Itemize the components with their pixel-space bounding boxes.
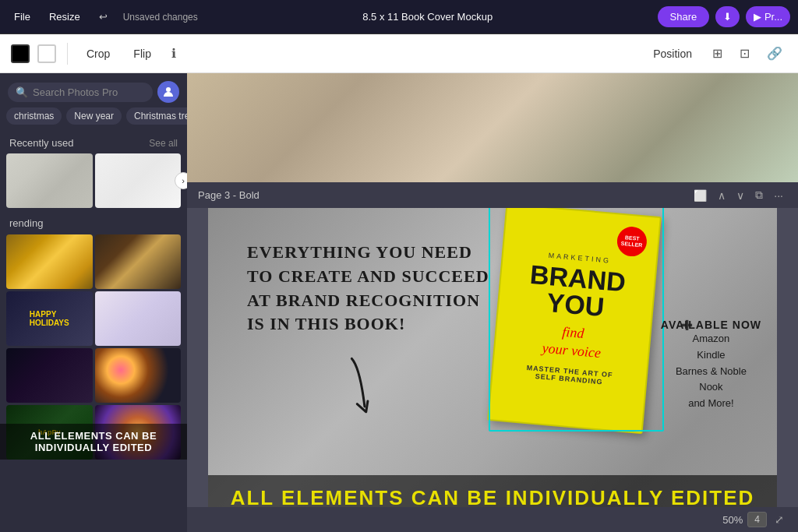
all-elements-overlay: ALL ELEMENTS CAN BE INDIVIDUALLY EDITED: [0, 424, 187, 460]
top-toolbar: File Resize ↩ Unsaved changes 8.5 x 11 B…: [0, 0, 798, 34]
retailer-list: Amazon Kindle Barnes & Noble Nook and Mo…: [661, 331, 761, 412]
white-color-swatch[interactable]: [37, 44, 56, 63]
canvas-text-line1: Everything you need: [247, 241, 489, 265]
tag-christmas[interactable]: christmas: [6, 107, 62, 125]
filter-icon-button[interactable]: ⊞: [708, 43, 727, 64]
photo-thumb-holidays[interactable]: HAPPYHOLIDAYS: [6, 291, 93, 346]
search-icon: 🔍: [16, 86, 28, 98]
bottom-overlay-text: ALL ELEMENTS CAN BE INDIVIDUALLY EDITED: [224, 486, 761, 507]
branding-section-header: rending: [0, 208, 187, 234]
top-preview-strip: [187, 73, 798, 182]
book-title: BRAND YOU: [527, 261, 627, 322]
photo-thumb-white[interactable]: [95, 153, 182, 208]
fullscreen-button[interactable]: ⤢: [772, 512, 787, 527]
page-label-bar: Page 3 - Bold ⬜ ∧ ∨ ⧉ ···: [187, 182, 798, 208]
book-subtitle: find your voice: [542, 321, 603, 362]
svg-point-0: [166, 87, 171, 92]
file-menu-button[interactable]: File: [8, 8, 37, 26]
page-down-button[interactable]: ∨: [733, 188, 748, 203]
branding-grid: HAPPYHOLIDAYS: [0, 234, 187, 403]
photo-thumb-bokeh[interactable]: [95, 348, 182, 403]
preview-image: [187, 73, 798, 182]
position-button[interactable]: Position: [645, 44, 700, 63]
overlay-edited: EDITED: [664, 486, 755, 507]
tag-new-year[interactable]: New year: [66, 107, 122, 125]
overlay-all: ALL ELEMENTS CAN BE: [231, 486, 506, 507]
undo-icon: ↩: [99, 11, 108, 23]
retailer-more: and More!: [661, 396, 761, 412]
flip-button[interactable]: Flip: [125, 44, 159, 63]
tags-row: christmas New year Christmas tree ›: [0, 107, 187, 131]
canvas-main-text: Everything you need to create and succee…: [247, 241, 489, 336]
retailer-nook: Nook: [661, 379, 761, 396]
book-subtitle-find: find: [562, 323, 585, 340]
branding-label: rending: [9, 217, 43, 229]
canvas-text-line4: is in this book!: [247, 312, 489, 336]
resize-button[interactable]: Resize: [43, 8, 87, 26]
page-copy-button[interactable]: ⧉: [751, 187, 767, 203]
left-sidebar: 🔍 christmas New year Christmas tree › Re…: [0, 73, 187, 532]
see-all-button[interactable]: See all: [149, 138, 178, 149]
canvas-text-line3: at brand recognition: [247, 289, 489, 313]
retailer-bn: Barnes & Noble: [661, 364, 761, 380]
photo-thumb-glasses[interactable]: [95, 291, 182, 346]
page-nav-icons: ⬜ ∧ ∨ ⧉ ···: [690, 187, 787, 203]
page-more-button[interactable]: ···: [770, 188, 787, 203]
happy-holidays-text: HAPPYHOLIDAYS: [30, 310, 69, 327]
unsaved-label: Unsaved changes: [123, 12, 198, 23]
canvas-main[interactable]: Everything you need to create and succee…: [187, 208, 798, 507]
retailer-kindle: Kindle: [661, 347, 761, 364]
recently-used-grid: ›: [0, 153, 187, 208]
download-button[interactable]: ⬇: [715, 6, 740, 27]
page-up-button[interactable]: ∧: [714, 188, 729, 203]
photo-thumb-marble[interactable]: [6, 153, 93, 208]
book-subtitle-voice: your voice: [542, 340, 602, 361]
grid-next-arrow[interactable]: ›: [175, 172, 187, 189]
main-area: 🔍 christmas New year Christmas tree › Re…: [0, 73, 798, 532]
avatar-icon-svg: [162, 86, 175, 98]
canvas-text-line2: to create and succeed: [247, 265, 489, 289]
search-area: 🔍: [0, 73, 187, 107]
secondary-toolbar: Crop Flip ℹ Position ⊞ ⊡ 🔗: [0, 34, 798, 73]
canvas-right-text: AVAILABLE NOW Amazon Kindle Barnes & Nob…: [661, 319, 761, 412]
best-seller-line2: SELLER: [620, 241, 642, 249]
link-icon-button[interactable]: 🔗: [762, 43, 787, 64]
crop-button[interactable]: Crop: [79, 44, 118, 63]
grid-icon-button[interactable]: ⊡: [735, 43, 754, 64]
book-title-you: YOU: [546, 287, 606, 322]
recently-used-label: Recently used: [9, 137, 73, 149]
canvas-area: Page 3 - Bold ⬜ ∧ ∨ ⧉ ··· Everything you…: [187, 73, 798, 532]
zoom-bar: 50% 4 ⤢: [187, 507, 798, 532]
info-button[interactable]: ℹ: [167, 43, 181, 64]
photo-thumb-candles2[interactable]: [95, 234, 182, 289]
canvas-bottom-overlay: ALL ELEMENTS CAN BE INDIVIDUALLY EDITED: [208, 475, 777, 507]
page-frame-button[interactable]: ⬜: [690, 188, 711, 203]
available-now-label: AVAILABLE NOW: [661, 319, 761, 331]
photo-thumb-fireworks[interactable]: [6, 348, 93, 403]
present-button[interactable]: ▶ Pr...: [746, 6, 790, 27]
retailer-amazon: Amazon: [661, 331, 761, 347]
page-label: Page 3 - Bold: [198, 189, 260, 201]
undo-button[interactable]: ↩: [93, 8, 114, 26]
share-button[interactable]: Share: [658, 6, 710, 27]
book-bottom-text: MASTER THE ART OF SELF BRANDING: [525, 364, 613, 387]
recently-used-section-header: Recently used See all: [0, 131, 187, 153]
canvas-content: Everything you need to create and succee…: [208, 208, 777, 507]
search-input[interactable]: [33, 86, 145, 98]
yellow-book[interactable]: BEST SELLER MARKETING BRAND YOU find you…: [487, 208, 662, 434]
divider: [67, 43, 68, 65]
doc-title: 8.5 x 11 Book Cover Mockup: [204, 11, 651, 23]
best-seller-badge: BEST SELLER: [616, 225, 648, 257]
avatar[interactable]: [157, 81, 179, 103]
photo-thumb-candles1[interactable]: [6, 234, 93, 289]
search-input-wrap: 🔍: [8, 83, 153, 102]
tag-christmas-tree[interactable]: Christmas tree: [126, 107, 187, 125]
page-count-button[interactable]: 4: [747, 512, 767, 527]
zoom-label: 50%: [722, 514, 743, 526]
black-color-swatch[interactable]: [11, 44, 30, 63]
overlay-individually: INDIVIDUALLY: [506, 486, 664, 507]
